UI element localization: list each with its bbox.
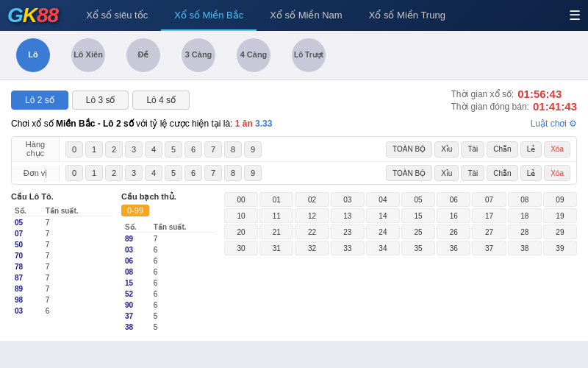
cau-bach-row: 897 [123, 234, 215, 244]
cau-bach-title: Cầu bạch thủ. [121, 192, 217, 202]
hc-num-7[interactable]: 7 [204, 141, 222, 158]
cau-lo-freq: 7 [43, 295, 112, 305]
num-cell-22[interactable]: 22 [295, 224, 329, 239]
tab-lo4so[interactable]: Lô 4 số [132, 91, 190, 110]
num-cell-32[interactable]: 32 [295, 241, 329, 255]
hc-num-0[interactable]: 0 [65, 141, 83, 158]
nav-xomiennam[interactable]: Xổ số Miền Nam [257, 0, 355, 31]
num-cell-26[interactable]: 26 [437, 224, 470, 239]
num-cell-02[interactable]: 02 [295, 192, 329, 207]
num-cell-17[interactable]: 17 [472, 208, 506, 223]
hang-chuc-actions: TOÀN BỘ Xỉu Tài Chẵn Lẻ Xóa [380, 139, 576, 160]
cat-de[interactable]: Đề [121, 38, 165, 72]
num-cell-39[interactable]: 39 [543, 241, 577, 255]
num-cell-29[interactable]: 29 [543, 224, 577, 239]
dv-xoa[interactable]: Xóa [544, 165, 570, 181]
sub-tabs: Lô 2 số Lô 3 số Lô 4 số [11, 91, 190, 110]
dv-xiu[interactable]: Xỉu [434, 165, 459, 181]
dv-le[interactable]: Lẻ [520, 165, 542, 181]
dv-toanbo[interactable]: TOÀN BỘ [386, 165, 432, 181]
nav-xomientrung[interactable]: Xổ số Miền Trung [356, 0, 459, 31]
num-cell-01[interactable]: 01 [259, 192, 293, 207]
nav-xosieuto[interactable]: Xổ số siêu tốc [73, 0, 161, 31]
num-cell-30[interactable]: 30 [224, 241, 258, 255]
num-cell-18[interactable]: 18 [508, 208, 542, 223]
bet-grid: Hàng chục 0 1 2 3 4 5 6 7 8 9 TOÀN BỘ Xỉ… [11, 136, 577, 185]
num-cell-34[interactable]: 34 [366, 241, 400, 255]
num-cell-10[interactable]: 10 [224, 208, 258, 223]
dv-num-4[interactable]: 4 [145, 165, 162, 181]
num-cell-24[interactable]: 24 [366, 224, 400, 239]
dv-num-7[interactable]: 7 [204, 165, 222, 181]
don-vi-actions: TOÀN BỘ Xỉu Tài Chẵn Lẻ Xóa [380, 163, 576, 183]
hc-toanbo[interactable]: TOÀN BỘ [386, 141, 432, 158]
num-cell-23[interactable]: 23 [331, 224, 365, 239]
dv-num-3[interactable]: 3 [125, 165, 143, 181]
num-cell-08[interactable]: 08 [508, 192, 542, 207]
luat-choi-btn[interactable]: Luật chơi ⚙ [531, 118, 577, 129]
num-cell-13[interactable]: 13 [331, 208, 365, 223]
dv-num-8[interactable]: 8 [224, 165, 242, 181]
dv-num-0[interactable]: 0 [65, 165, 83, 181]
cau-bach-freq: 6 [151, 278, 215, 288]
num-cell-38[interactable]: 38 [508, 241, 542, 255]
num-cell-09[interactable]: 09 [543, 192, 577, 207]
cat-lo[interactable]: Lô [11, 38, 55, 72]
cat-3cang[interactable]: 3 Càng [176, 38, 220, 72]
num-cell-03[interactable]: 03 [331, 192, 365, 207]
dv-num-9[interactable]: 9 [244, 165, 262, 181]
nav-xomienbac[interactable]: Xổ số Miền Bắc [161, 0, 257, 31]
num-cell-14[interactable]: 14 [366, 208, 400, 223]
hc-num-8[interactable]: 8 [224, 141, 242, 158]
num-cell-37[interactable]: 37 [472, 241, 506, 255]
num-cell-25[interactable]: 25 [401, 224, 435, 239]
num-cell-27[interactable]: 27 [472, 224, 506, 239]
dv-tai[interactable]: Tài [461, 165, 484, 181]
num-cell-15[interactable]: 15 [401, 208, 435, 223]
hc-num-6[interactable]: 6 [184, 141, 202, 158]
num-cell-16[interactable]: 16 [437, 208, 470, 223]
menu-icon[interactable]: ☰ [569, 8, 581, 23]
num-cell-20[interactable]: 20 [224, 224, 258, 239]
num-cell-07[interactable]: 07 [472, 192, 506, 207]
hc-num-1[interactable]: 1 [85, 141, 103, 158]
cau-lo-freq: 7 [43, 284, 112, 294]
num-cell-11[interactable]: 11 [259, 208, 293, 223]
num-cell-35[interactable]: 35 [401, 241, 435, 255]
hc-num-2[interactable]: 2 [105, 141, 123, 158]
num-cell-28[interactable]: 28 [508, 224, 542, 239]
cat-loxien[interactable]: Lô Xiên [66, 38, 110, 72]
num-cell-12[interactable]: 12 [295, 208, 329, 223]
num-cell-36[interactable]: 36 [437, 241, 470, 255]
hc-le[interactable]: Lẻ [520, 141, 542, 158]
num-cell-31[interactable]: 31 [259, 241, 293, 255]
num-cell-06[interactable]: 06 [437, 192, 470, 207]
dv-num-6[interactable]: 6 [184, 165, 202, 181]
hc-num-4[interactable]: 4 [145, 141, 162, 158]
num-cell-04[interactable]: 04 [366, 192, 400, 207]
dv-num-2[interactable]: 2 [105, 165, 123, 181]
hc-num-9[interactable]: 9 [244, 141, 262, 158]
num-cell-33[interactable]: 33 [331, 241, 365, 255]
cau-lo-panel: Cầu Lô Tô. Số. Tần suất. 057077507707787… [11, 192, 114, 333]
dv-num-5[interactable]: 5 [165, 165, 182, 181]
tab-lo3so[interactable]: Lô 3 số [72, 91, 129, 110]
dv-num-1[interactable]: 1 [85, 165, 103, 181]
cat-4cang[interactable]: 4 Càng [232, 38, 276, 72]
range-btn[interactable]: 0-99 [121, 205, 149, 216]
hc-chan[interactable]: Chẵn [487, 141, 517, 158]
cat-lotruot[interactable]: Lô Trượt [287, 38, 331, 72]
hc-num-3[interactable]: 3 [125, 141, 143, 158]
num-cell-21[interactable]: 21 [259, 224, 293, 239]
dv-chan[interactable]: Chẵn [487, 165, 517, 181]
num-cell-05[interactable]: 05 [401, 192, 435, 207]
hc-xiu[interactable]: Xỉu [434, 141, 459, 158]
num-cell-19[interactable]: 19 [543, 208, 577, 223]
cau-lo-freq: 7 [43, 229, 112, 238]
num-cell-00[interactable]: 00 [224, 192, 258, 207]
hc-xoa[interactable]: Xóa [544, 141, 570, 158]
tab-lo2so[interactable]: Lô 2 số [11, 91, 68, 110]
cau-bach-col-tansuit: Tần suất. [151, 222, 215, 233]
hc-num-5[interactable]: 5 [165, 141, 182, 158]
hc-tai[interactable]: Tài [461, 141, 484, 158]
